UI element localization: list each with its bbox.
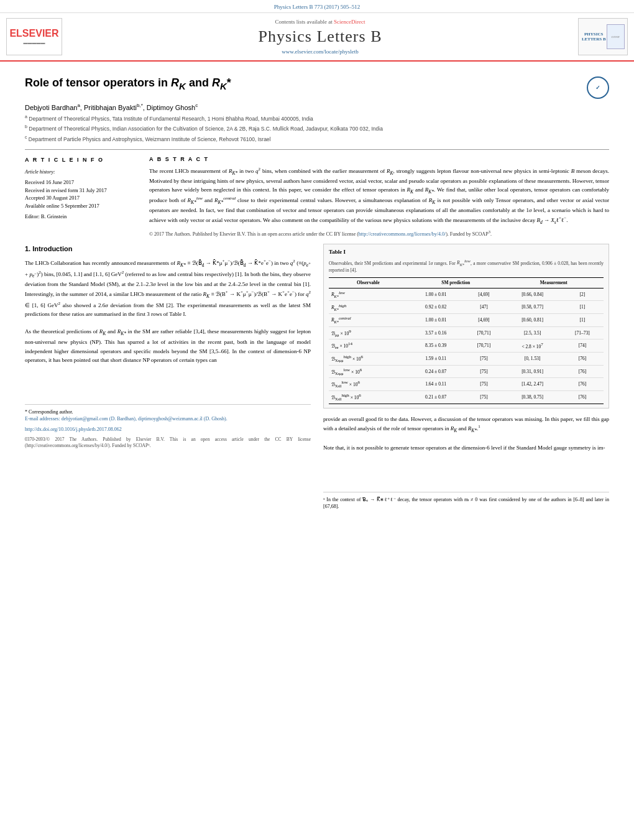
table-row: ℬXsμμhigh × 106 1.59 ± 0.11 [75] [0, 1.5… [329,353,604,366]
article-title-section: Role of tensor operators in RK and RK* ✓ [25,70,609,99]
journal-bar: Physics Letters B 773 (2017) 505–512 [0,0,634,13]
header-area: ELSEVIER ▬▬▬▬▬ Contents lists available … [0,13,634,62]
table-row: RK*central 1.00 ± 0.01 [4,69] [0.60, 0.8… [329,313,604,326]
received-date: Received 16 June 2017 [25,178,137,187]
col-right-text1: provide an overall good fit to the data.… [323,415,609,435]
abstract-text: The recent LHCb measurement of RK* in tw… [149,166,609,226]
col-right: Table I Observables, their SM prediction… [323,244,609,510]
footnotes-right: ¹ In the context of Ɓₑ → K̅∗ℓ⁺ℓ⁻ decay, … [323,492,609,510]
editor: Editor: B. Grinstein [25,213,137,221]
footnote1: ¹ In the context of Ɓₑ → K̅∗ℓ⁺ℓ⁻ decay, … [323,496,609,510]
section1-para1: The LHCb Collaboration has recently anno… [25,258,311,319]
table-row: ℬμμ × 109 3.57 ± 0.16 [70,71] [2.5, 3.5]… [329,326,604,339]
accepted-date: Accepted 30 August 2017 [25,194,137,202]
table-row: ℬXslllow × 106 1.64 ± 0.11 [75] [1.42, 2… [329,378,604,391]
article-title: Role of tensor operators in RK and RK* [25,76,581,91]
journal-logo-right: PHYSICS LETTERS B cover [578,18,628,55]
doi-link[interactable]: http://dx.doi.org/10.1016/j.physletb.201… [25,426,311,433]
col-left: 1. Introduction The LHCb Collaboration h… [25,244,311,510]
affiliation-c: c Department of Particle Physics and Ast… [25,134,609,144]
authors: Debjyoti Bardhana, Pritibhajan Byaktib,*… [25,103,609,111]
copyright-bar: 0370-2693/© 2017 The Authors. Published … [25,436,311,450]
affiliation-a: a Department of Theoretical Physics, Tat… [25,114,609,123]
article-info-title: A R T I C L E I N F O [25,156,137,165]
main-content: Role of tensor operators in RK and RK* ✓… [0,62,634,519]
two-column-body: 1. Introduction The LHCb Collaboration h… [25,244,609,510]
table1-caption: Observables, their SM predictions and ex… [329,259,604,274]
col-observable: Observable [329,277,408,288]
article-info: A R T I C L E I N F O Article history: R… [25,156,137,237]
col-measurement: Measurement [503,277,604,288]
table-row: ℬXsμμlow × 106 0.24 ± 0.07 [75] [0.31, 0… [329,365,604,378]
table-row: RK*low 1.00 ± 0.01 [4,69] [0.66, 0.84] [… [329,288,604,301]
sciencedirect-text: Contents lists available at ScienceDirec… [275,19,365,25]
author-emails: E-mail addresses: debjyotian@gmail.com (… [25,415,311,422]
table-row: ℬXsllhigh × 106 0.21 ± 0.07 [75] [0.38, … [329,391,604,404]
journal-citation: Physics Letters B 773 (2017) 505–512 [274,4,361,10]
elsevier-logo: ELSEVIER ▬▬▬▬▬ [6,18,62,55]
crossmark-badge: ✓ [587,76,609,99]
footnotes-left: * Corresponding author. E-mail addresses… [25,404,311,422]
col-right-text2: Note that, it is not possible to generat… [323,443,609,452]
col-sm-prediction: SM prediction [408,277,504,288]
available-date: Available online 5 September 2017 [25,202,137,210]
table-row: RK*high 0.92 ± 0.02 [47] [0.58, 0.77] [1… [329,301,604,314]
sciencedirect-link[interactable]: ScienceDirect [334,19,365,25]
abstract-license: © 2017 The Authors. Published by Elsevie… [149,229,609,238]
table-row: ℬee × 1014 8.35 ± 0.39 [70,71] < 2.8 × 1… [329,339,604,353]
header-center: Contents lists available at ScienceDirec… [68,18,572,55]
corresponding-author-label: * Corresponding author. [25,408,311,415]
journal-website[interactable]: www.elsevier.com/locate/physletb [282,48,358,55]
table1-container: Table I Observables, their SM prediction… [323,244,609,408]
journal-title: Physics Letters B [259,27,382,46]
abstract-title: A B S T R A C T [149,156,609,162]
revised-date: Received in revised form 31 July 2017 [25,187,137,195]
table1: Observable SM prediction Measurement RK*… [329,277,604,404]
section1-title: 1. Introduction [25,244,311,254]
article-body: A R T I C L E I N F O Article history: R… [25,149,609,237]
section1-para2: As the theoretical predictions of RK and… [25,327,311,364]
article-history-label: Article history: [25,168,137,176]
table1-label: Table I [329,248,604,257]
abstract-section: A B S T R A C T The recent LHCb measurem… [149,156,609,237]
affiliations: a Department of Theoretical Physics, Tat… [25,114,609,144]
affiliation-b: b Department of Theoretical Physics, Ind… [25,124,609,133]
